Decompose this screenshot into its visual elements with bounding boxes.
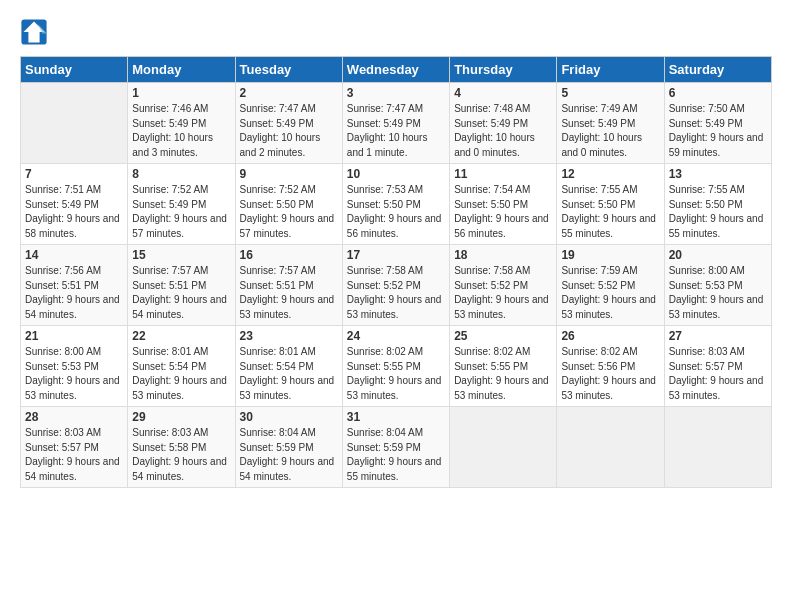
day-number: 7 <box>25 167 123 181</box>
cell-info: Sunrise: 8:01 AMSunset: 5:54 PMDaylight:… <box>240 345 338 403</box>
day-number: 8 <box>132 167 230 181</box>
cell-info: Sunrise: 8:02 AMSunset: 5:55 PMDaylight:… <box>454 345 552 403</box>
calendar-cell: 16 Sunrise: 7:57 AMSunset: 5:51 PMDaylig… <box>235 245 342 326</box>
calendar-cell: 2 Sunrise: 7:47 AMSunset: 5:49 PMDayligh… <box>235 83 342 164</box>
calendar-cell: 19 Sunrise: 7:59 AMSunset: 5:52 PMDaylig… <box>557 245 664 326</box>
day-number: 12 <box>561 167 659 181</box>
calendar-cell: 26 Sunrise: 8:02 AMSunset: 5:56 PMDaylig… <box>557 326 664 407</box>
day-number: 14 <box>25 248 123 262</box>
cell-info: Sunrise: 7:56 AMSunset: 5:51 PMDaylight:… <box>25 264 123 322</box>
cell-info: Sunrise: 7:46 AMSunset: 5:49 PMDaylight:… <box>132 102 230 160</box>
day-number: 28 <box>25 410 123 424</box>
cell-info: Sunrise: 8:00 AMSunset: 5:53 PMDaylight:… <box>25 345 123 403</box>
calendar-cell <box>557 407 664 488</box>
calendar-cell: 20 Sunrise: 8:00 AMSunset: 5:53 PMDaylig… <box>664 245 771 326</box>
calendar-cell: 12 Sunrise: 7:55 AMSunset: 5:50 PMDaylig… <box>557 164 664 245</box>
day-number: 23 <box>240 329 338 343</box>
day-header: Friday <box>557 57 664 83</box>
logo-icon <box>20 18 48 46</box>
calendar-cell: 29 Sunrise: 8:03 AMSunset: 5:58 PMDaylig… <box>128 407 235 488</box>
calendar-cell: 17 Sunrise: 7:58 AMSunset: 5:52 PMDaylig… <box>342 245 449 326</box>
day-header: Tuesday <box>235 57 342 83</box>
cell-info: Sunrise: 7:57 AMSunset: 5:51 PMDaylight:… <box>240 264 338 322</box>
header-row: SundayMondayTuesdayWednesdayThursdayFrid… <box>21 57 772 83</box>
day-header: Wednesday <box>342 57 449 83</box>
day-number: 11 <box>454 167 552 181</box>
calendar-row: 14 Sunrise: 7:56 AMSunset: 5:51 PMDaylig… <box>21 245 772 326</box>
cell-info: Sunrise: 7:59 AMSunset: 5:52 PMDaylight:… <box>561 264 659 322</box>
calendar-cell: 10 Sunrise: 7:53 AMSunset: 5:50 PMDaylig… <box>342 164 449 245</box>
calendar-cell: 25 Sunrise: 8:02 AMSunset: 5:55 PMDaylig… <box>450 326 557 407</box>
cell-info: Sunrise: 8:03 AMSunset: 5:58 PMDaylight:… <box>132 426 230 484</box>
day-number: 13 <box>669 167 767 181</box>
day-number: 29 <box>132 410 230 424</box>
cell-info: Sunrise: 8:03 AMSunset: 5:57 PMDaylight:… <box>669 345 767 403</box>
cell-info: Sunrise: 8:00 AMSunset: 5:53 PMDaylight:… <box>669 264 767 322</box>
cell-info: Sunrise: 8:01 AMSunset: 5:54 PMDaylight:… <box>132 345 230 403</box>
cell-info: Sunrise: 7:55 AMSunset: 5:50 PMDaylight:… <box>669 183 767 241</box>
day-number: 15 <box>132 248 230 262</box>
day-number: 20 <box>669 248 767 262</box>
calendar-cell: 27 Sunrise: 8:03 AMSunset: 5:57 PMDaylig… <box>664 326 771 407</box>
calendar-cell: 4 Sunrise: 7:48 AMSunset: 5:49 PMDayligh… <box>450 83 557 164</box>
cell-info: Sunrise: 7:47 AMSunset: 5:49 PMDaylight:… <box>347 102 445 160</box>
calendar-cell <box>664 407 771 488</box>
day-number: 17 <box>347 248 445 262</box>
day-number: 4 <box>454 86 552 100</box>
logo <box>20 18 50 46</box>
calendar-cell: 1 Sunrise: 7:46 AMSunset: 5:49 PMDayligh… <box>128 83 235 164</box>
calendar-cell: 23 Sunrise: 8:01 AMSunset: 5:54 PMDaylig… <box>235 326 342 407</box>
cell-info: Sunrise: 8:04 AMSunset: 5:59 PMDaylight:… <box>240 426 338 484</box>
cell-info: Sunrise: 7:55 AMSunset: 5:50 PMDaylight:… <box>561 183 659 241</box>
cell-info: Sunrise: 7:58 AMSunset: 5:52 PMDaylight:… <box>347 264 445 322</box>
day-number: 1 <box>132 86 230 100</box>
cell-info: Sunrise: 7:50 AMSunset: 5:49 PMDaylight:… <box>669 102 767 160</box>
day-number: 5 <box>561 86 659 100</box>
calendar-cell: 9 Sunrise: 7:52 AMSunset: 5:50 PMDayligh… <box>235 164 342 245</box>
day-number: 22 <box>132 329 230 343</box>
cell-info: Sunrise: 7:51 AMSunset: 5:49 PMDaylight:… <box>25 183 123 241</box>
day-number: 27 <box>669 329 767 343</box>
day-number: 19 <box>561 248 659 262</box>
day-number: 30 <box>240 410 338 424</box>
cell-info: Sunrise: 8:03 AMSunset: 5:57 PMDaylight:… <box>25 426 123 484</box>
calendar-cell: 11 Sunrise: 7:54 AMSunset: 5:50 PMDaylig… <box>450 164 557 245</box>
calendar-cell: 5 Sunrise: 7:49 AMSunset: 5:49 PMDayligh… <box>557 83 664 164</box>
calendar-cell: 18 Sunrise: 7:58 AMSunset: 5:52 PMDaylig… <box>450 245 557 326</box>
cell-info: Sunrise: 7:57 AMSunset: 5:51 PMDaylight:… <box>132 264 230 322</box>
calendar-cell: 24 Sunrise: 8:02 AMSunset: 5:55 PMDaylig… <box>342 326 449 407</box>
calendar-cell: 15 Sunrise: 7:57 AMSunset: 5:51 PMDaylig… <box>128 245 235 326</box>
calendar-cell: 7 Sunrise: 7:51 AMSunset: 5:49 PMDayligh… <box>21 164 128 245</box>
calendar-cell: 13 Sunrise: 7:55 AMSunset: 5:50 PMDaylig… <box>664 164 771 245</box>
calendar-cell: 21 Sunrise: 8:00 AMSunset: 5:53 PMDaylig… <box>21 326 128 407</box>
cell-info: Sunrise: 8:04 AMSunset: 5:59 PMDaylight:… <box>347 426 445 484</box>
cell-info: Sunrise: 8:02 AMSunset: 5:55 PMDaylight:… <box>347 345 445 403</box>
calendar-cell: 8 Sunrise: 7:52 AMSunset: 5:49 PMDayligh… <box>128 164 235 245</box>
day-number: 9 <box>240 167 338 181</box>
calendar-cell: 14 Sunrise: 7:56 AMSunset: 5:51 PMDaylig… <box>21 245 128 326</box>
day-number: 21 <box>25 329 123 343</box>
cell-info: Sunrise: 7:53 AMSunset: 5:50 PMDaylight:… <box>347 183 445 241</box>
cell-info: Sunrise: 7:49 AMSunset: 5:49 PMDaylight:… <box>561 102 659 160</box>
cell-info: Sunrise: 7:54 AMSunset: 5:50 PMDaylight:… <box>454 183 552 241</box>
cell-info: Sunrise: 7:47 AMSunset: 5:49 PMDaylight:… <box>240 102 338 160</box>
calendar-row: 1 Sunrise: 7:46 AMSunset: 5:49 PMDayligh… <box>21 83 772 164</box>
calendar-table: SundayMondayTuesdayWednesdayThursdayFrid… <box>20 56 772 488</box>
calendar-row: 21 Sunrise: 8:00 AMSunset: 5:53 PMDaylig… <box>21 326 772 407</box>
calendar-cell <box>450 407 557 488</box>
day-number: 6 <box>669 86 767 100</box>
calendar-row: 7 Sunrise: 7:51 AMSunset: 5:49 PMDayligh… <box>21 164 772 245</box>
calendar-row: 28 Sunrise: 8:03 AMSunset: 5:57 PMDaylig… <box>21 407 772 488</box>
calendar-cell: 30 Sunrise: 8:04 AMSunset: 5:59 PMDaylig… <box>235 407 342 488</box>
calendar-cell: 28 Sunrise: 8:03 AMSunset: 5:57 PMDaylig… <box>21 407 128 488</box>
day-number: 24 <box>347 329 445 343</box>
day-number: 2 <box>240 86 338 100</box>
day-number: 3 <box>347 86 445 100</box>
day-number: 26 <box>561 329 659 343</box>
header <box>20 18 772 46</box>
calendar-cell: 6 Sunrise: 7:50 AMSunset: 5:49 PMDayligh… <box>664 83 771 164</box>
cell-info: Sunrise: 7:48 AMSunset: 5:49 PMDaylight:… <box>454 102 552 160</box>
cell-info: Sunrise: 8:02 AMSunset: 5:56 PMDaylight:… <box>561 345 659 403</box>
calendar-cell: 22 Sunrise: 8:01 AMSunset: 5:54 PMDaylig… <box>128 326 235 407</box>
day-header: Saturday <box>664 57 771 83</box>
